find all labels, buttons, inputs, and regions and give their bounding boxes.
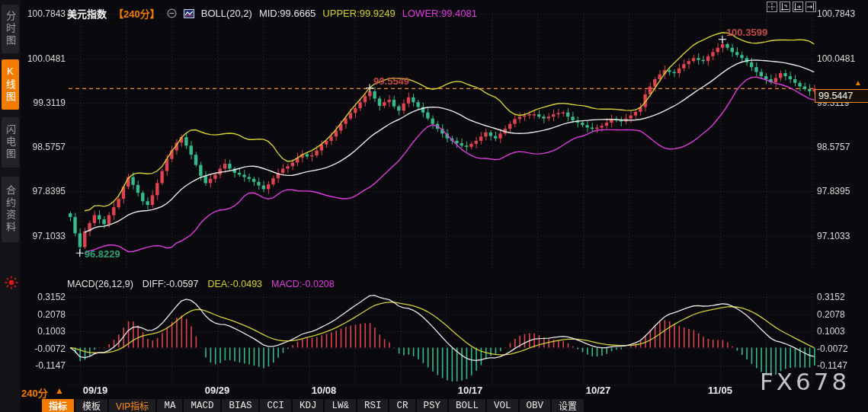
toolbar-item-MA[interactable]: MA bbox=[157, 399, 182, 412]
macd-axis-left-label: 0.2078 bbox=[21, 309, 66, 320]
toolbar-item-PSY[interactable]: PSY bbox=[417, 399, 448, 412]
toolbar-item-MACD[interactable]: MACD bbox=[184, 399, 220, 412]
x-axis-date-label: 10/17 bbox=[458, 385, 483, 396]
y-axis-right-label: 97.8395 bbox=[817, 186, 850, 196]
toolbar-item-LW&[interactable]: LW& bbox=[325, 399, 356, 412]
macd-axis-left-label: 0.3152 bbox=[21, 292, 66, 302]
macd-header: MACD(26,12,9) DIFF:-0.0597 DEA:-0.0493 M… bbox=[67, 279, 335, 289]
macd-title: MACD(26,12,9) bbox=[67, 279, 133, 289]
mini-chart-icon[interactable] bbox=[184, 9, 194, 18]
y-axis-left-label: 97.8395 bbox=[21, 186, 66, 196]
toolbar-item-BOLL[interactable]: BOLL bbox=[449, 399, 485, 412]
collapse-icon[interactable] bbox=[167, 8, 177, 18]
sidebar-tab-4[interactable]: 合约资料 bbox=[2, 177, 19, 242]
boll-upper-value: UPPER:99.9249 bbox=[322, 8, 395, 19]
toolbar-item-CR[interactable]: CR bbox=[389, 399, 415, 412]
toolbar-item-指标[interactable]: 指标 bbox=[42, 399, 74, 412]
y-axis-left-label: 98.5757 bbox=[21, 142, 66, 152]
sidebar-tab-3[interactable]: 闪电图 bbox=[2, 117, 19, 168]
period-badge[interactable]: 【240分】 bbox=[114, 6, 160, 21]
price-marker-icon[interactable]: ▲ bbox=[854, 78, 862, 87]
toolbar-item-RSI[interactable]: RSI bbox=[357, 399, 389, 412]
y-axis-right-label: 97.1033 bbox=[817, 231, 850, 241]
crosshair-icon[interactable] bbox=[767, 2, 777, 12]
toolbar-item-OBV[interactable]: OBV bbox=[520, 399, 551, 412]
toolbar-item-VOL[interactable]: VOL bbox=[487, 399, 518, 412]
alert-blink-icon[interactable] bbox=[5, 276, 18, 289]
chart-tool-icons bbox=[767, 2, 816, 12]
sidebar-tab-1[interactable]: 分时图 bbox=[2, 5, 19, 53]
current-price-value: 99.5447 bbox=[818, 91, 853, 101]
symbol-title: 美元指数 bbox=[67, 6, 107, 21]
macd-axis-left-label: -0.0072 bbox=[21, 343, 66, 354]
macd-axis-right-label: 0.3152 bbox=[817, 292, 845, 302]
boll-lower-value: LOWER:99.4081 bbox=[402, 8, 477, 19]
toolbar-item-CCI[interactable]: CCI bbox=[260, 399, 291, 412]
axis-shift-icon[interactable] bbox=[806, 2, 816, 12]
y-axis-left-label: 100.7843 bbox=[21, 8, 66, 19]
axis-scale-icon[interactable] bbox=[793, 2, 803, 12]
macd-axis-left-label: -0.1147 bbox=[21, 360, 66, 371]
period-dropdown-icon[interactable]: ▲ bbox=[55, 385, 64, 396]
x-axis-date-label: 09/29 bbox=[205, 385, 230, 396]
x-axis-date-label: 10/27 bbox=[586, 385, 611, 396]
boll-mid-value: MID:99.6665 bbox=[259, 8, 315, 19]
chart-header: 美元指数 【240分】 BOLL(20,2) MID:99.6665 UPPER… bbox=[67, 6, 477, 21]
toolbar-item-设置[interactable]: 设置 bbox=[552, 399, 584, 412]
y-axis-right-label: 98.5757 bbox=[817, 142, 850, 152]
y-axis-right-label: 100.7843 bbox=[817, 8, 855, 19]
toolbar-item-KDJ[interactable]: KDJ bbox=[293, 399, 324, 412]
watermark: FX678 bbox=[760, 368, 850, 395]
indicator-toolbar: 指标模板VIP指标MAMACDBIASCCIKDJLW&RSICRPSYBOLL… bbox=[42, 399, 584, 412]
toolbar-item-BIAS[interactable]: BIAS bbox=[222, 399, 258, 412]
macd-axis-left-label: 0.1003 bbox=[21, 326, 66, 337]
price-annotation: 96.8229 bbox=[85, 248, 120, 260]
toolbar-item-模板[interactable]: 模板 bbox=[75, 399, 107, 412]
macd-dea-value: DEA:-0.0493 bbox=[207, 279, 262, 289]
candlestick-chart-canvas[interactable] bbox=[0, 0, 868, 412]
macd-axis-right-label: -0.0072 bbox=[817, 343, 848, 354]
price-annotation: 100.3599 bbox=[726, 27, 767, 38]
macd-axis-right-label: 0.1003 bbox=[817, 326, 845, 337]
macd-macd-value: MACD:-0.0208 bbox=[271, 279, 335, 289]
x-axis-date-label: 10/08 bbox=[312, 385, 337, 396]
x-axis-date-label: 09/19 bbox=[83, 385, 108, 396]
macd-axis-right-label: 0.2078 bbox=[817, 309, 845, 320]
x-axis-date-label: 11/05 bbox=[708, 385, 732, 396]
boll-label: BOLL(20,2) bbox=[201, 8, 252, 19]
y-axis-left-label: 99.3119 bbox=[21, 97, 66, 108]
price-annotation: 99.5549 bbox=[373, 75, 409, 87]
macd-diff-value: DIFF:-0.0597 bbox=[143, 279, 199, 289]
footer-period-label[interactable]: 240分 bbox=[21, 385, 48, 400]
y-axis-right-label: 100.0481 bbox=[817, 53, 855, 64]
y-axis-left-label: 97.1033 bbox=[21, 231, 66, 241]
y-axis-left-label: 100.0481 bbox=[21, 53, 66, 64]
sidebar-tab-2[interactable]: K线图 bbox=[2, 59, 19, 110]
toolbar-item-VIP指标[interactable]: VIP指标 bbox=[109, 399, 155, 412]
axis-fit-icon[interactable] bbox=[780, 2, 790, 12]
current-price-box: 99.5447 bbox=[815, 89, 868, 103]
left-sidebar: 分时图K线图闪电图合约资料 bbox=[0, 0, 21, 412]
